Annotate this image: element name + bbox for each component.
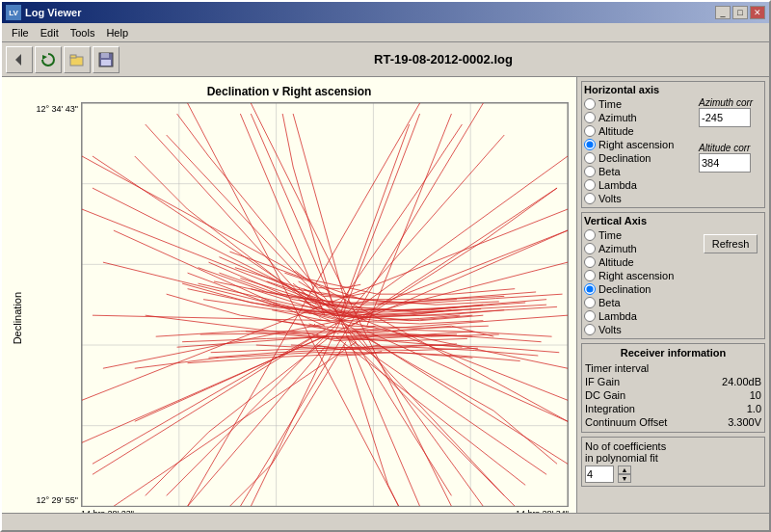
poly-spinners: ▲ ▼ [618,466,631,483]
if-gain-row: IF Gain 24.00dB [585,375,761,388]
horiz-altitude-row: Altitude [584,124,697,138]
horiz-time-radio[interactable] [584,98,596,110]
svg-marker-3 [42,55,47,60]
horiz-azimuth-row: Azimuth [584,111,697,124]
vert-time-radio[interactable] [584,229,596,241]
vert-lambda-label: Lambda [598,310,637,322]
close-button[interactable]: ✕ [750,6,765,19]
horiz-azimuth-radio[interactable] [584,112,596,123]
horiz-beta-radio[interactable] [584,166,596,177]
menubar: File Edit Tools Help [2,23,769,42]
x-axis-labels: 14 hrs 28' 23" 14 hrs 28' 34" [25,507,569,513]
right-panel: Horizontal axis Time Azimuth [576,77,769,513]
horiz-ra-radio[interactable] [584,139,596,150]
plot-svg [82,103,568,506]
horiz-beta-label: Beta [598,166,621,177]
svg-rect-7 [101,53,109,58]
vert-lambda-row: Lambda [584,309,697,323]
title-bar: LV Log Viewer _ □ ✕ [2,2,769,23]
horiz-time-row: Time [584,97,697,111]
open-button[interactable] [64,46,91,73]
altitude-corr-input[interactable] [699,153,751,173]
svg-marker-2 [15,54,21,66]
vert-time-row: Time [584,228,697,242]
poly-increment-button[interactable]: ▲ [618,466,631,474]
menu-file[interactable]: File [6,25,35,40]
vert-altitude-row: Altitude [584,255,697,269]
toolbar: RT-19-08-2012-0002.log [2,42,769,77]
timer-interval-label: Timer interval [585,362,649,374]
horizontal-axis-group: Horizontal axis Time Azimuth [581,81,765,208]
svg-text:LV: LV [9,9,18,17]
horiz-volts-label: Volts [598,193,622,204]
y-axis-ticks: 12° 34' 43" 12° 29' 55" [25,102,81,507]
vert-dec-radio[interactable] [584,283,596,295]
menu-help[interactable]: Help [100,25,134,40]
y-tick-top: 12° 34' 43" [25,104,78,114]
save-button[interactable] [93,46,120,73]
x-tick-left: 14 hrs 28' 23" [81,509,134,513]
horiz-dec-radio[interactable] [584,152,596,164]
poly-value-input[interactable] [585,466,614,483]
vertical-axis-group: Vertical Axis Time Azimuth A [581,212,765,339]
dc-gain-row: DC Gain 10 [585,388,761,402]
horiz-altitude-radio[interactable] [584,125,596,137]
window-title: Log Viewer [25,7,81,18]
poly-input-row: ▲ ▼ [585,466,761,483]
y-axis-label: Declination [10,102,25,513]
vert-altitude-label: Altitude [598,256,634,268]
vert-altitude-radio[interactable] [584,256,596,268]
timer-interval-row: Timer interval [585,361,761,375]
menu-edit[interactable]: Edit [35,25,65,40]
vertical-axis-title: Vertical Axis [584,215,762,226]
horiz-altitude-label: Altitude [598,125,634,137]
poly-title-line1: No of coefficients [585,440,761,452]
horiz-lambda-label: Lambda [598,179,637,191]
statusbar [2,513,769,530]
poly-decrement-button[interactable]: ▼ [618,474,631,483]
azimuth-corr-label: Azimuth corr [699,97,762,108]
integration-row: Integration 1.0 [585,402,761,415]
window-controls: _ □ ✕ [715,6,765,19]
horizontal-axis-title: Horizontal axis [584,84,762,95]
horiz-volts-radio[interactable] [584,193,596,204]
poly-title-line2: in polynomial fit [585,452,761,464]
back-button[interactable] [6,46,33,73]
vert-volts-row: Volts [584,323,697,336]
refresh-nav-button[interactable] [35,46,62,73]
continuum-offset-label: Continuum Offset [585,416,667,428]
continuum-offset-row: Continuum Offset 3.300V [585,415,761,429]
horiz-lambda-radio[interactable] [584,179,596,191]
minimize-button[interactable]: _ [715,6,731,19]
plot-canvas [81,102,569,507]
receiver-info-title: Receiver information [585,347,761,359]
app-icon: LV [6,5,21,20]
vert-dec-label: Declination [598,283,651,295]
vert-azimuth-radio[interactable] [584,243,596,254]
horiz-beta-row: Beta [584,165,697,178]
vert-dec-row: Declination [584,282,697,296]
horiz-azimuth-label: Azimuth [598,112,637,123]
vert-ra-radio[interactable] [584,270,596,281]
main-content: Declination v Right ascension Declinatio… [2,77,769,513]
integration-label: Integration [585,403,635,414]
vert-beta-radio[interactable] [584,297,596,308]
if-gain-label: IF Gain [585,376,620,387]
plot-title: Declination v Right ascension [10,85,569,98]
y-tick-bottom: 12° 29' 55" [25,495,78,505]
maximize-button[interactable]: □ [732,6,748,19]
menu-tools[interactable]: Tools [65,25,101,40]
plot-container: Declination 12° 34' 43" 12° 29' 55" [10,102,569,513]
if-gain-value: 24.00dB [722,376,761,387]
vert-azimuth-row: Azimuth [584,242,697,255]
horiz-ra-label: Right ascension [598,139,674,150]
dc-gain-label: DC Gain [585,389,625,401]
refresh-button[interactable]: Refresh [704,234,758,253]
main-window: LV Log Viewer _ □ ✕ File Edit Tools Help [0,0,771,532]
azimuth-corr-input[interactable] [699,108,751,127]
vert-volts-radio[interactable] [584,324,596,335]
x-tick-right: 14 hrs 28' 34" [516,509,569,513]
horiz-time-label: Time [598,98,622,110]
vert-lambda-radio[interactable] [584,310,596,322]
horiz-volts-row: Volts [584,192,697,205]
